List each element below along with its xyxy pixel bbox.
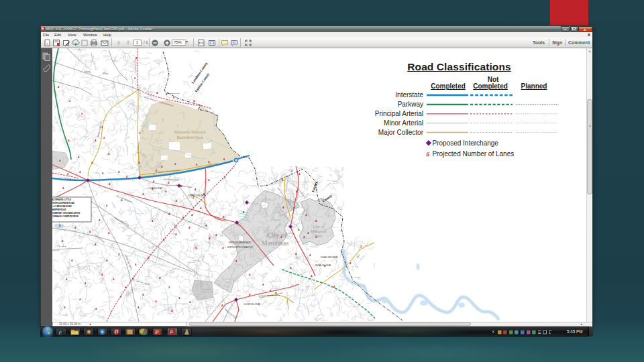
svg-text:THOROUGHFARE ROAD: THOROUGHFARE ROAD — [52, 202, 74, 204]
svg-text:Manassas: Manassas — [262, 239, 289, 247]
svg-text:FREEDOM CENTER BLVD: FREEDOM CENTER BLVD — [229, 241, 251, 244]
svg-text:NORTH/SOUTH CONNECTOR: NORTH/SOUTH CONNECTOR — [227, 246, 253, 249]
svg-text:SOMERSET CROSSING DRIVE: SOMERSET CROSSING DRIVE — [52, 212, 80, 215]
svg-text:assas: assas — [53, 249, 59, 252]
svg-text:JACKSON: JACKSON — [352, 276, 360, 278]
svg-text:Manassas: Manassas — [311, 229, 327, 233]
svg-text:WEB SPRING RD: WEB SPRING RD — [166, 93, 180, 95]
svg-text:CUSHING ROAD: CUSHING ROAD — [149, 187, 162, 190]
svg-text:P: P — [156, 329, 159, 335]
svg-text:SIGNAL HILL ROAD: SIGNAL HILL ROAD — [315, 264, 331, 267]
svg-text:Manassas: Manassas — [203, 288, 210, 290]
svg-text:City of: City of — [313, 225, 325, 229]
svg-text:Proposed Interchange: Proposed Interchange — [433, 139, 499, 147]
svg-text:PURCELL ROAD: PURCELL ROAD — [267, 294, 280, 296]
svg-text:Park: Park — [315, 234, 323, 238]
svg-text:HARPER ROAD: HARPER ROAD — [52, 208, 66, 211]
svg-text:LAKE: LAKE — [339, 279, 343, 281]
svg-text:ALTERNATE: LITTLE: ALTERNATE: LITTLE — [52, 198, 71, 201]
svg-text:CLOVER HILL ROAD: CLOVER HILL ROAD — [244, 303, 260, 306]
svg-text:BYPASS NORTH: BYPASS NORTH — [134, 60, 136, 72]
svg-text:CORMACK COMPETE DRIVE: CORMACK COMPETE DRIVE — [52, 215, 78, 218]
svg-text:e: e — [58, 328, 62, 335]
svg-text:y of: y of — [55, 244, 60, 247]
svg-text:Regional Airport: Regional Airport — [203, 291, 214, 292]
svg-text:COVERSTONE DRIVE: COVERSTONE DRIVE — [188, 194, 206, 197]
svg-text:SIGNAL VIEW DRIVE: SIGNAL VIEW DRIVE — [321, 256, 338, 259]
svg-text:Battlefield Park: Battlefield Park — [176, 135, 203, 139]
svg-text:LL ROAD: LL ROAD — [59, 245, 66, 247]
svg-text:City of: City of — [267, 231, 287, 239]
svg-text:1 & CAROLINA ROAD: 1 & CAROLINA ROAD — [52, 205, 72, 208]
svg-text:Projected Number of Lanes: Projected Number of Lanes — [433, 150, 515, 158]
svg-text:BARRY: BARRY — [236, 295, 242, 297]
svg-text:Manassas National: Manassas National — [174, 129, 206, 134]
svg-text:6: 6 — [427, 151, 430, 158]
